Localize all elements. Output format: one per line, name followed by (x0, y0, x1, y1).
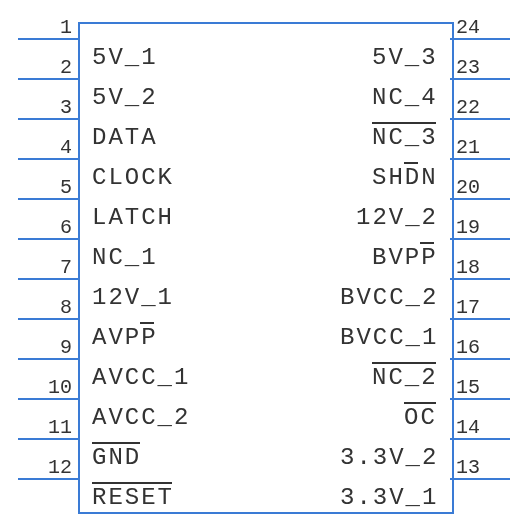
pin-label: AVCC_1 (92, 364, 190, 391)
pin-number: 12 (18, 456, 72, 479)
pin-label: 5V_3 (372, 44, 436, 71)
overbar (92, 482, 172, 484)
overbar (420, 242, 434, 244)
pin-number: 9 (18, 336, 72, 359)
pin-number: 6 (18, 216, 72, 239)
pin-label: NC_1 (92, 244, 158, 271)
pin-number: 17 (456, 296, 510, 319)
pin-number: 4 (18, 136, 72, 159)
pin-number: 5 (18, 176, 72, 199)
pin-label: 5V_2 (92, 84, 158, 111)
pin-label: 3.3V_1 (340, 484, 436, 511)
overbar (372, 362, 436, 364)
pin-label: BVCC_2 (340, 284, 436, 311)
pin-label: BVPP (372, 244, 436, 271)
pin-label: 12V_1 (92, 284, 174, 311)
pin-label: BVCC_1 (340, 324, 436, 351)
pin-label: GND (92, 444, 141, 471)
pin-number: 11 (18, 416, 72, 439)
pin-label: 12V_2 (356, 204, 436, 231)
pin-number: 18 (456, 256, 510, 279)
pin-number: 14 (456, 416, 510, 439)
pin-number: 24 (456, 16, 510, 39)
pin-number: 3 (18, 96, 72, 119)
overbar (140, 322, 154, 324)
pin-number: 1 (18, 16, 72, 39)
pin-number: 22 (456, 96, 510, 119)
pin-number: 8 (18, 296, 72, 319)
pin-label: DATA (92, 124, 158, 151)
pin-number: 23 (456, 56, 510, 79)
pin-number: 20 (456, 176, 510, 199)
pin-number: 15 (456, 376, 510, 399)
pin-label: NC_3 (372, 124, 436, 151)
overbar (372, 122, 436, 124)
pin-label: 5V_1 (92, 44, 158, 71)
pin-number: 13 (456, 456, 510, 479)
pin-label: CLOCK (92, 164, 174, 191)
pin-label: RESET (92, 484, 174, 511)
pin-number: 7 (18, 256, 72, 279)
pin-number: 21 (456, 136, 510, 159)
pin-label: AVCC_2 (92, 404, 190, 431)
pin-number: 16 (456, 336, 510, 359)
overbar (404, 402, 436, 404)
pin-label: NC_4 (372, 84, 436, 111)
pin-label: LATCH (92, 204, 174, 231)
pin-label: AVPP (92, 324, 158, 351)
pin-label: OC (404, 404, 436, 431)
pin-number: 10 (18, 376, 72, 399)
pin-label: NC_2 (372, 364, 436, 391)
pin-number: 2 (18, 56, 72, 79)
overbar (92, 442, 140, 444)
overbar (404, 162, 418, 164)
pin-number: 19 (456, 216, 510, 239)
pin-label: 3.3V_2 (340, 444, 436, 471)
pin-label: SHDN (372, 164, 436, 191)
